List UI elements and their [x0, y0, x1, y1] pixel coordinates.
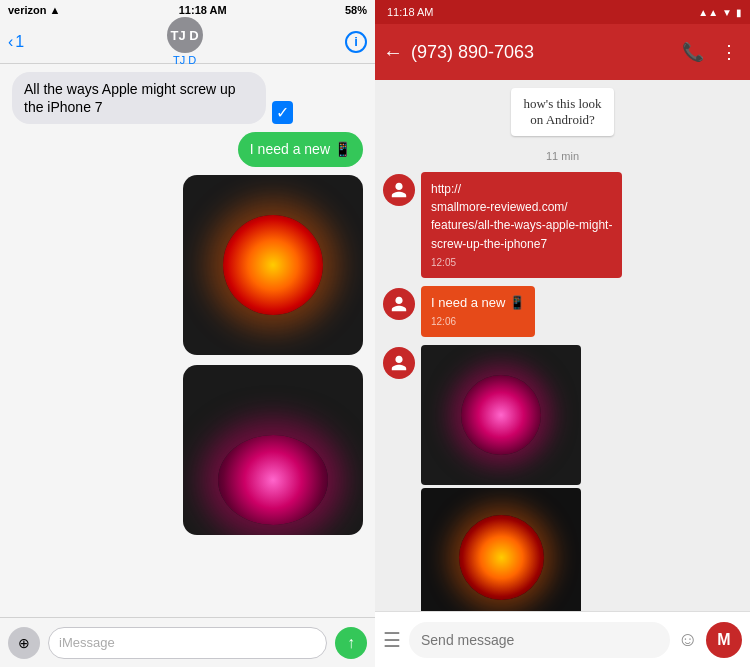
- android-bubble-link: http://smallmore-reviewed.com/features/a…: [421, 172, 622, 278]
- ios-contact-info[interactable]: TJ D TJ D: [24, 17, 345, 66]
- ios-message-sent-1: I need a new 📱: [238, 132, 363, 166]
- android-glow-2: [459, 515, 544, 600]
- android-person-icon-1: [390, 181, 408, 199]
- android-back-button[interactable]: ←: [383, 41, 403, 64]
- android-bubble-text: I need a new 📱 12:06: [421, 286, 535, 337]
- ios-panel: verizon ▲ 11:18 AM 58% ‹ 1 TJ D TJ D i A…: [0, 0, 375, 667]
- android-glow-1: [461, 375, 541, 455]
- ios-glow-orb-2: [218, 435, 328, 525]
- ios-camera-button[interactable]: ⊕: [8, 627, 40, 659]
- android-panel: 11:18 AM ▲▲ ▼ ▮ ← (973) 890-7063 📞 ⋮ how…: [375, 0, 750, 667]
- android-phone-button[interactable]: 📞: [682, 41, 704, 63]
- android-send-button[interactable]: M: [706, 622, 742, 658]
- ios-camera-icon: ⊕: [18, 635, 30, 651]
- android-person-icon-2: [390, 295, 408, 313]
- android-attach-button[interactable]: ☰: [383, 628, 401, 652]
- ios-image-1: [183, 175, 363, 355]
- ios-msg-text: All the ways Apple might screw up the iP…: [24, 81, 236, 115]
- ios-image-message-2: [183, 365, 363, 535]
- ios-status-right: 58%: [345, 4, 367, 16]
- ios-emoji: 📱: [334, 140, 351, 158]
- android-msg-row-link: http://smallmore-reviewed.com/features/a…: [383, 172, 742, 278]
- ios-time: 11:18 AM: [179, 4, 227, 16]
- android-emoji-button[interactable]: ☺: [678, 628, 698, 651]
- android-msg-row-text: I need a new 📱 12:06: [383, 286, 742, 337]
- ios-send-icon: ↑: [347, 634, 355, 652]
- android-status-time: 11:18 AM: [387, 6, 433, 18]
- android-contact-name: (973) 890-7063: [411, 42, 670, 63]
- ios-wifi-icon: ▲: [50, 4, 61, 16]
- android-person-icon-3: [390, 354, 408, 372]
- ios-status-left: verizon ▲: [8, 4, 60, 16]
- ios-battery: 58%: [345, 4, 367, 16]
- android-link-text: http://smallmore-reviewed.com/features/a…: [431, 182, 612, 251]
- ios-nav-bar: ‹ 1 TJ D TJ D i: [0, 20, 375, 64]
- android-text-msg: I need a new 📱: [431, 295, 525, 310]
- ios-bubble-received: All the ways Apple might screw up the iP…: [12, 72, 266, 124]
- ios-bottom-bar: ⊕ iMessage ↑: [0, 617, 375, 667]
- android-avatar-1: [383, 174, 415, 206]
- android-send-avatar-label: M: [717, 631, 730, 649]
- android-image-2: [421, 488, 581, 611]
- android-bottom-bar: ☰ ☺ M: [375, 611, 750, 667]
- android-signal-icon: ▲▲: [698, 7, 718, 18]
- android-text-time: 12:06: [431, 315, 525, 329]
- android-more-button[interactable]: ⋮: [720, 41, 738, 63]
- android-status-bar: 11:18 AM ▲▲ ▼ ▮: [375, 0, 750, 24]
- ios-sent-text: I need a new: [250, 140, 330, 158]
- ios-checkmark-app: ✓: [272, 101, 293, 124]
- android-timestamp: 11 min: [383, 150, 742, 162]
- ios-image-message-1: [183, 175, 363, 357]
- android-messages-area[interactable]: how's this lookon Android? 11 min http:/…: [375, 80, 750, 611]
- ios-send-button[interactable]: ↑: [335, 627, 367, 659]
- android-images-row: [383, 345, 742, 611]
- ios-message-received-1: All the ways Apple might screw up the iP…: [12, 72, 293, 124]
- android-handwriting-msg: how's this lookon Android?: [511, 88, 613, 136]
- ios-carrier: verizon: [8, 4, 47, 16]
- android-image-1: [421, 345, 581, 485]
- ios-image-2: [183, 365, 363, 535]
- android-avatar-2: [383, 288, 415, 320]
- android-wifi-icon: ▼: [722, 7, 732, 18]
- ios-input-placeholder: iMessage: [59, 635, 115, 650]
- ios-info-icon: i: [354, 34, 358, 49]
- ios-back-button[interactable]: ‹ 1: [8, 33, 24, 51]
- android-images-col: [421, 345, 581, 611]
- ios-bubble-sent: I need a new 📱: [238, 132, 363, 166]
- ios-messages-area[interactable]: All the ways Apple might screw up the iP…: [0, 64, 375, 617]
- android-avatar-3: [383, 347, 415, 379]
- ios-glow-orb-1: [223, 215, 323, 315]
- android-handwriting-text: how's this lookon Android?: [523, 96, 601, 127]
- ios-back-count: 1: [15, 33, 24, 51]
- android-message-input[interactable]: [409, 622, 670, 658]
- ios-info-button[interactable]: i: [345, 31, 367, 53]
- ios-chevron-left-icon: ‹: [8, 33, 13, 51]
- ios-avatar: TJ D: [167, 17, 203, 53]
- android-link-time: 12:05: [431, 256, 612, 270]
- android-toolbar: ← (973) 890-7063 📞 ⋮: [375, 24, 750, 80]
- ios-message-input[interactable]: iMessage: [48, 627, 327, 659]
- android-battery-icon: ▮: [736, 7, 742, 18]
